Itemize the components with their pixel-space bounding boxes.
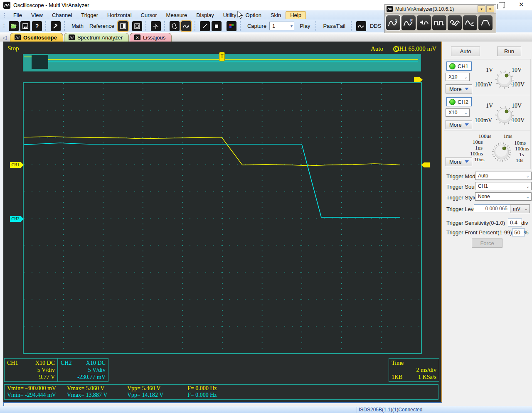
auto-button[interactable]: Auto — [451, 47, 480, 56]
ch1-probe-select[interactable]: X10⌄ — [446, 73, 470, 81]
menu-option[interactable]: Option — [241, 11, 266, 19]
time-measure-box: Time 2 ms/div 1KB1 KSa/s — [389, 358, 439, 382]
ch2-volts-knob[interactable] — [495, 106, 514, 125]
tb-label-10ns: 10ns — [474, 156, 485, 163]
menu-horizontal[interactable]: Horizontal — [103, 11, 136, 19]
toolbar-separator — [240, 21, 243, 31]
logic-wave-icon[interactable] — [432, 15, 446, 30]
passfail-button[interactable]: Pass/Fail — [320, 22, 348, 30]
menu-skin[interactable]: Skin — [266, 11, 286, 19]
ch1-volts-knob[interactable] — [495, 71, 514, 89]
ch2-group: CH2 X10⌄ More 1V 10V 100mV 100V — [444, 95, 531, 131]
overview-pretrigger-block — [32, 55, 48, 69]
menu-trigger[interactable]: Trigger — [76, 11, 103, 19]
device-status: ISDS205B(1.1)(1)Connected — [359, 407, 422, 413]
ch2-enable-button[interactable]: CH2 — [446, 97, 472, 106]
ch1-vmin: Vmin= -400.000 mV — [7, 385, 56, 392]
ch2-button-label: CH2 — [458, 99, 468, 105]
trigger-style-select[interactable]: None⌄ — [475, 192, 532, 201]
tab-lissajous[interactable]: ✕ Lissajous — [130, 33, 172, 42]
tb-label-1ms: 1ms — [503, 133, 512, 140]
menu-view[interactable]: View — [27, 11, 47, 19]
ch2-more-button[interactable]: More — [446, 120, 472, 129]
launcher-close-button[interactable]: ✕ — [486, 5, 494, 12]
ch2-led-icon — [449, 99, 456, 105]
run-button[interactable]: Run — [497, 47, 521, 56]
split-view-icon[interactable] — [118, 21, 128, 31]
device-icon[interactable] — [170, 21, 180, 31]
restore-button-front[interactable] — [497, 4, 503, 9]
ch2-probe-select[interactable]: X10⌄ — [446, 108, 470, 117]
am-wave-icon[interactable] — [448, 15, 462, 30]
menu-help[interactable]: Help — [286, 11, 306, 19]
ch2-measure-box: CH2X10 DC 5 V/div -230.77 mV — [58, 358, 108, 382]
close-button[interactable]: ✕ — [519, 1, 524, 8]
trigger-level-marker[interactable] — [424, 162, 430, 167]
trigger-source-select[interactable]: CH1⌄ — [475, 182, 532, 190]
trigger-mode-label: Trigger Mode — [446, 173, 478, 179]
trigger-front-label: Trigger Front Percent(1-99) — [446, 229, 512, 236]
timebase-knob[interactable] — [492, 143, 511, 162]
trigger-level-unit-select[interactable]: mV⌄ — [510, 204, 530, 213]
capture-count-select[interactable]: 1▾ — [269, 22, 294, 30]
pulse-icon[interactable] — [478, 15, 493, 30]
ch1-probe-value: X10 — [448, 74, 457, 80]
ch2-name: CH2 — [61, 359, 71, 366]
line-style-icon[interactable] — [200, 21, 210, 31]
launcher-collapse-button[interactable]: ▾ — [478, 5, 485, 12]
trigger-time-marker[interactable]: T — [219, 52, 225, 61]
tab-scroll-left-icon[interactable]: ◁ — [0, 34, 10, 42]
menu-file[interactable]: File — [9, 11, 27, 19]
oscilloscope-s-icon[interactable]: S — [386, 15, 400, 30]
tab-spectrum-analyzer[interactable]: Spectrum Analyzer — [64, 33, 129, 42]
ch1-enable-button[interactable]: CH1 — [446, 61, 472, 71]
trigger-source-value: CH1 — [478, 183, 488, 189]
trigger-level-input[interactable] — [474, 204, 510, 212]
trigger-sensitivity-input[interactable] — [508, 219, 522, 226]
ch1-level-marker[interactable]: CH1 — [10, 162, 21, 168]
single-view-icon[interactable] — [132, 21, 142, 31]
spectrum-tab-icon — [69, 34, 75, 40]
spectrum-wave-icon[interactable] — [463, 15, 477, 30]
trigger-mode-select[interactable]: Auto⌄ — [475, 172, 532, 180]
menu-measure[interactable]: Measure — [162, 11, 192, 19]
dds-icon[interactable] — [356, 21, 366, 31]
toolbar-grip: ⋮ — [0, 23, 8, 29]
ch1-probe: X10 DC — [35, 359, 55, 366]
open-file-icon[interactable] — [9, 21, 19, 31]
help-icon[interactable]: ? — [32, 21, 42, 31]
dds-button[interactable]: DDS — [367, 22, 384, 30]
time-name: Time — [392, 359, 436, 366]
timebase-group: 100us 1ms 10us 10ms 1us 100ms 100ns 1s 1… — [444, 130, 531, 169]
tool-icon[interactable] — [51, 21, 61, 31]
ch1-more-button[interactable]: More — [446, 84, 472, 93]
force-button[interactable]: Force — [472, 238, 502, 248]
time-scale: 2 ms/div — [392, 366, 436, 374]
timebase-more-button[interactable]: More — [446, 157, 472, 166]
stop-square-icon[interactable] — [212, 21, 222, 31]
reference-button[interactable]: Reference — [86, 22, 117, 30]
autoset-icon[interactable] — [151, 21, 161, 31]
menu-cursor[interactable]: Cursor — [136, 11, 162, 19]
audio-analyzer-icon[interactable] — [417, 15, 431, 30]
save-icon[interactable] — [20, 21, 30, 31]
ch1-more-label: More — [449, 86, 462, 92]
tab-oscilloscope[interactable]: Oscilloscope — [10, 33, 63, 42]
ch1-measure-box: CH1X10 DC 5 V/div 9.77 V — [4, 358, 58, 382]
menu-display[interactable]: Display — [192, 11, 219, 19]
palette-icon[interactable] — [227, 21, 236, 31]
toolbar-separator — [64, 21, 67, 31]
math-button[interactable]: Math — [69, 22, 86, 30]
record-icon[interactable] — [181, 21, 191, 31]
trigger-front-unit: % — [524, 229, 529, 236]
control-panel: Auto Run CH1 X10⌄ More 1V 10V 100mV 100V… — [442, 42, 532, 406]
analyzer-launcher-titlebar[interactable]: Multi VirAnalyzer(3.10.6.1) ▾ ✕ — [385, 5, 496, 14]
horizontal-position-marker[interactable] — [414, 77, 420, 82]
trigger-front-input[interactable] — [512, 229, 525, 236]
play-button[interactable]: Play — [297, 22, 313, 30]
launcher-title: Multi VirAnalyzer(3.10.6.1) — [395, 6, 454, 12]
oscilloscope-p-icon[interactable]: P — [401, 15, 416, 30]
ch2-level-marker[interactable]: CH2 — [10, 216, 21, 222]
menu-channel[interactable]: Channel — [47, 11, 76, 19]
ch1-group: CH1 X10⌄ More 1V 10V 100mV 100V — [444, 59, 531, 96]
